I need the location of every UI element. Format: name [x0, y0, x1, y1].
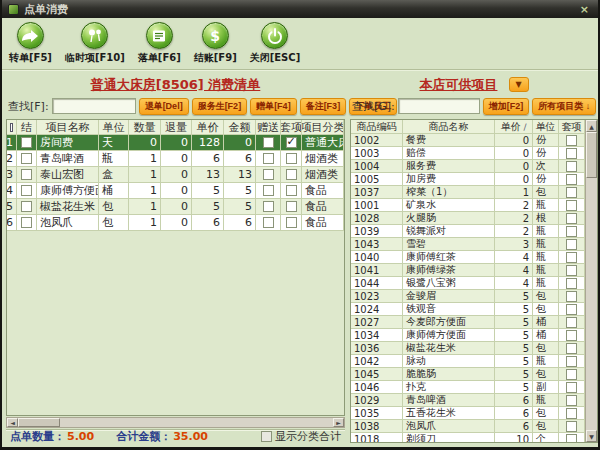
gift-checkbox[interactable]	[263, 201, 274, 212]
settle-checkbox[interactable]	[21, 201, 32, 212]
catalog-row[interactable]: 1002 餐费 0 份	[351, 134, 585, 147]
catalog-row[interactable]: 1018 剃须刀 10 个	[351, 433, 585, 443]
remark-button[interactable]: 备注[F3]	[300, 98, 347, 115]
item-search-input[interactable]	[398, 98, 480, 114]
catalog-row[interactable]: 1034 康师傅方便面 5 桶	[351, 329, 585, 342]
settle-checkbox[interactable]	[21, 217, 32, 228]
order-row[interactable]: 1 房间费 天 0 0 128 0 普通大床房	[7, 135, 344, 151]
combo-checkbox[interactable]	[566, 252, 577, 263]
show-category-checkbox[interactable]	[261, 431, 272, 442]
combo-checkbox[interactable]	[566, 369, 577, 380]
transfer-order-button[interactable]: 转单[F5]	[9, 22, 52, 69]
catalog-row[interactable]: 1044 银鹭八宝粥 4 瓶	[351, 277, 585, 290]
catalog-row[interactable]: 1043 雪碧 3 瓶	[351, 238, 585, 251]
catalog-row[interactable]: 1037 榨菜（1） 1 包	[351, 186, 585, 199]
combo-checkbox[interactable]	[566, 317, 577, 328]
gift-checkbox[interactable]	[263, 153, 274, 164]
combo-checkbox[interactable]	[566, 291, 577, 302]
all-category-button[interactable]: 所有项目类 ↓	[532, 98, 596, 115]
catalog-row[interactable]: 1029 青岛啤酒 6 瓶	[351, 394, 585, 407]
catalog-row[interactable]: 1040 康师傅红茶 4 瓶	[351, 251, 585, 264]
combo-checkbox[interactable]	[566, 148, 577, 159]
checkout-button[interactable]: $ 结账[F9]	[194, 22, 237, 69]
gift-order-button[interactable]: 赠单[F4]	[250, 98, 297, 115]
settle-checkbox[interactable]	[21, 185, 32, 196]
horizontal-scrollbar[interactable]: ◄ ►	[6, 417, 345, 428]
combo-checkbox[interactable]	[286, 137, 297, 148]
order-row[interactable]: 6 泡凤爪 包 1 0 6 6 食品	[7, 215, 344, 231]
catalog-row[interactable]: 1023 金骏眉 5 包	[351, 290, 585, 303]
return-item-button[interactable]: 退单[Del]	[139, 98, 189, 115]
scrollbar-thumb[interactable]	[586, 132, 597, 178]
combo-checkbox[interactable]	[286, 185, 297, 196]
temp-item-button[interactable]: 临时项[F10]	[65, 22, 125, 69]
combo-checkbox[interactable]	[286, 169, 297, 180]
combo-checkbox[interactable]	[566, 278, 577, 289]
catalog-row[interactable]: 1024 铁观音 5 包	[351, 303, 585, 316]
gift-checkbox[interactable]	[263, 185, 274, 196]
catalog-row[interactable]: 1027 今麦郎方便面 5 桶	[351, 316, 585, 329]
combo-checkbox[interactable]	[566, 187, 577, 198]
gift-checkbox[interactable]	[263, 217, 274, 228]
catalog-row[interactable]: 1045 脆脆肠 5 包	[351, 368, 585, 381]
scroll-up-icon[interactable]: ▲	[586, 120, 597, 132]
title-dropdown-button[interactable]: ▼	[509, 77, 529, 92]
catalog-row[interactable]: 1004 服务费 0 次	[351, 160, 585, 173]
combo-checkbox[interactable]	[286, 217, 297, 228]
combo-checkbox[interactable]	[566, 330, 577, 341]
order-search-input[interactable]	[52, 98, 136, 114]
combo-checkbox[interactable]	[566, 174, 577, 185]
combo-checkbox[interactable]	[566, 421, 577, 432]
catalog-row[interactable]: 1001 矿泉水 2 瓶	[351, 199, 585, 212]
order-row[interactable]: 4 康师傅方便面 桶 1 0 5 5 食品	[7, 183, 344, 199]
combo-checkbox[interactable]	[286, 201, 297, 212]
place-order-button[interactable]: 落单[F6]	[138, 22, 181, 69]
combo-checkbox[interactable]	[566, 395, 577, 406]
settle-checkbox[interactable]	[21, 169, 32, 180]
catalog-row[interactable]: 1003 赔偿 0 份	[351, 147, 585, 160]
product-unit: 瓶	[533, 355, 559, 368]
combo-checkbox[interactable]	[566, 239, 577, 250]
item-qty: 0	[129, 135, 161, 151]
order-row[interactable]: 2 青岛啤酒 瓶 1 0 6 6 烟酒类	[7, 151, 344, 167]
scroll-left-icon[interactable]: ◄	[7, 418, 18, 427]
settle-checkbox[interactable]	[21, 137, 32, 148]
item-name: 椒盐花生米	[37, 199, 99, 215]
gift-checkbox[interactable]	[263, 169, 274, 180]
combo-checkbox[interactable]	[286, 153, 297, 164]
catalog-row[interactable]: 1046 扑克 5 副	[351, 381, 585, 394]
order-row[interactable]: 3 泰山宏图 盒 1 0 13 13 烟酒类	[7, 167, 344, 183]
catalog-row[interactable]: 1038 泡凤爪 6 包	[351, 420, 585, 433]
vertical-scrollbar[interactable]: ▲ ▼	[585, 120, 597, 442]
gift-checkbox[interactable]	[263, 137, 274, 148]
price-sort-header[interactable]: 单价 ∕	[495, 120, 533, 134]
combo-checkbox[interactable]	[566, 343, 577, 354]
catalog-row[interactable]: 1041 康师傅绿茶 4 瓶	[351, 264, 585, 277]
close-window-button[interactable]: 关闭[ESC]	[250, 22, 301, 69]
catalog-row[interactable]: 1042 脉动 5 瓶	[351, 355, 585, 368]
waiter-button[interactable]: 服务生[F2]	[192, 98, 248, 115]
catalog-row[interactable]: 1035 五香花生米 6 包	[351, 407, 585, 420]
combo-checkbox[interactable]	[566, 434, 577, 444]
combo-checkbox[interactable]	[566, 135, 577, 146]
combo-checkbox[interactable]	[566, 213, 577, 224]
add-item-button[interactable]: 增加[F2]	[483, 98, 530, 115]
combo-checkbox[interactable]	[566, 161, 577, 172]
catalog-row[interactable]: 1005 加房费 0 份	[351, 173, 585, 186]
scroll-right-icon[interactable]: ►	[333, 418, 344, 427]
combo-checkbox[interactable]	[566, 265, 577, 276]
order-row[interactable]: 5 椒盐花生米 包 1 0 5 5 食品	[7, 199, 344, 215]
settle-checkbox[interactable]	[21, 153, 32, 164]
scroll-down-icon[interactable]: ▼	[586, 430, 597, 442]
combo-checkbox[interactable]	[566, 226, 577, 237]
combo-checkbox[interactable]	[566, 408, 577, 419]
combo-checkbox[interactable]	[566, 382, 577, 393]
close-icon[interactable]: ×	[577, 3, 592, 16]
combo-checkbox[interactable]	[566, 304, 577, 315]
catalog-row[interactable]: 1028 火腿肠 2 根	[351, 212, 585, 225]
catalog-row[interactable]: 1036 椒盐花生米 5 包	[351, 342, 585, 355]
combo-checkbox[interactable]	[566, 356, 577, 367]
combo-checkbox[interactable]	[566, 200, 577, 211]
catalog-row[interactable]: 1039 锐舞派对 2 瓶	[351, 225, 585, 238]
scrollbar-thumb[interactable]	[18, 418, 60, 427]
